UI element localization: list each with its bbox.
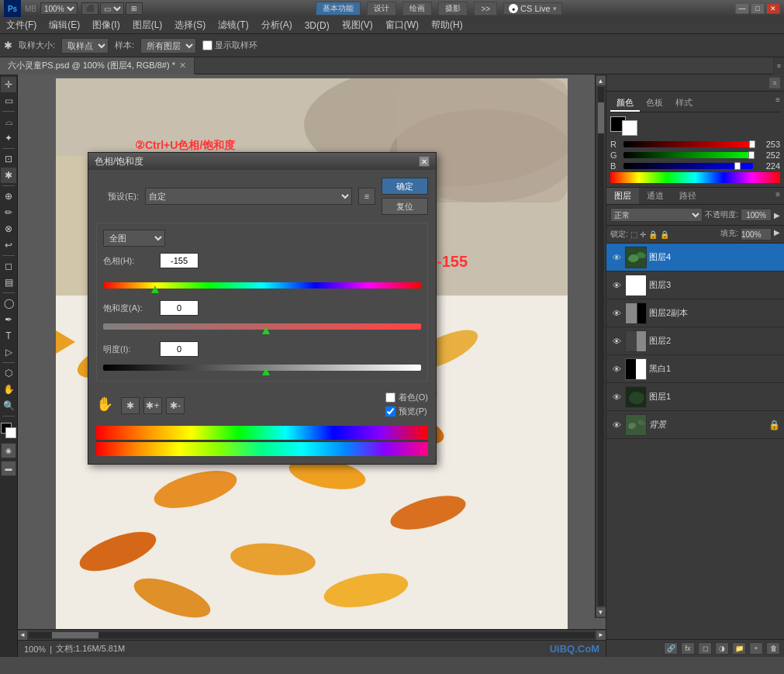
layer-item-background[interactable]: 👁 背景 🔒 bbox=[606, 411, 784, 439]
maximize-btn[interactable]: □ bbox=[751, 3, 765, 14]
color-panel-options-btn[interactable]: ≡ bbox=[775, 95, 780, 112]
3d-tool[interactable]: ⬡ bbox=[1, 365, 16, 381]
g-thumb[interactable] bbox=[748, 151, 755, 159]
view-btn1[interactable]: ⬛ bbox=[81, 2, 98, 15]
opacity-input[interactable] bbox=[741, 209, 772, 221]
bw1-eye-icon[interactable]: 👁 bbox=[610, 363, 623, 375]
layer-item-bw1[interactable]: 👁 黑白1 bbox=[606, 355, 784, 383]
hscroll-track[interactable] bbox=[29, 632, 595, 638]
menu-3d[interactable]: 3D(D) bbox=[299, 19, 336, 33]
hue-input[interactable] bbox=[160, 253, 199, 268]
lum-slider-thumb[interactable] bbox=[262, 368, 270, 375]
vertical-scrollbar[interactable]: ▲ ▼ bbox=[595, 74, 606, 618]
text-tool[interactable]: T bbox=[1, 328, 16, 344]
view-mode-select[interactable]: ▭ bbox=[100, 2, 124, 15]
quick-mask-btn[interactable]: ◉ bbox=[1, 443, 16, 458]
workspace-design-btn[interactable]: 设计 bbox=[367, 2, 396, 16]
layer1-eye-icon[interactable]: 👁 bbox=[610, 391, 623, 403]
lasso-tool[interactable]: ⌓ bbox=[1, 114, 16, 130]
channels-tab[interactable]: 通道 bbox=[639, 188, 672, 204]
new-group-btn[interactable]: 📁 bbox=[732, 642, 746, 655]
lock-move-icon[interactable]: ✛ bbox=[640, 230, 646, 239]
fill-input[interactable] bbox=[741, 228, 772, 240]
hscroll-right-arrow[interactable]: ► bbox=[596, 631, 606, 640]
minimize-btn[interactable]: — bbox=[735, 3, 749, 14]
gradient-tool[interactable]: ▤ bbox=[1, 275, 16, 290]
screen-mode-btn[interactable]: ▬ bbox=[1, 461, 16, 476]
layers-panel-options-btn[interactable]: ≡ bbox=[772, 188, 784, 204]
eyedropper2-btn[interactable]: ✱+ bbox=[143, 397, 162, 414]
menu-window[interactable]: 窗口(W) bbox=[379, 17, 425, 33]
fill-arrow[interactable]: ▶ bbox=[774, 228, 780, 240]
eyedropper-tool[interactable]: ✱ bbox=[1, 168, 16, 183]
blend-mode-select[interactable]: 正常 bbox=[610, 208, 703, 222]
add-mask-btn[interactable]: ◻ bbox=[698, 642, 712, 655]
shape-tool[interactable]: ▷ bbox=[1, 344, 16, 360]
menu-view[interactable]: 视图(V) bbox=[336, 17, 379, 33]
b-slider[interactable] bbox=[623, 163, 753, 169]
menu-help[interactable]: 帮助(H) bbox=[425, 17, 469, 33]
eyedropper1-btn[interactable]: ✱ bbox=[121, 397, 140, 414]
lum-input[interactable] bbox=[160, 341, 199, 357]
r-thumb[interactable] bbox=[749, 140, 755, 148]
styles-tab[interactable]: 样式 bbox=[669, 95, 699, 112]
lock-pixels-icon[interactable]: ⬚ bbox=[630, 230, 637, 239]
layers-tab[interactable]: 图层 bbox=[606, 188, 639, 204]
ok-btn[interactable]: 确定 bbox=[382, 178, 428, 195]
close-btn[interactable]: ✕ bbox=[766, 3, 780, 14]
dialog-titlebar[interactable]: 色相/饱和度 ✕ bbox=[88, 153, 436, 170]
vscroll-thumb[interactable] bbox=[598, 102, 604, 133]
workspace-more-btn[interactable]: >> bbox=[474, 2, 497, 16]
menu-select[interactable]: 选择(S) bbox=[168, 17, 212, 33]
menu-filter[interactable]: 滤镜(T) bbox=[212, 17, 254, 33]
preview-checkbox[interactable] bbox=[385, 406, 395, 416]
menu-edit[interactable]: 编辑(E) bbox=[43, 17, 86, 33]
brush-tool[interactable]: ✏ bbox=[1, 205, 16, 220]
sample-source-select[interactable]: 所有图层 bbox=[140, 38, 196, 54]
vscroll-up-arrow[interactable]: ▲ bbox=[596, 76, 606, 85]
menu-layer[interactable]: 图层(L) bbox=[126, 17, 169, 33]
hand-tool-icon[interactable]: ✋ bbox=[96, 396, 113, 413]
workspace-draw-btn[interactable]: 绘画 bbox=[402, 2, 432, 16]
canvas-area[interactable]: ▲ ▼ bbox=[18, 74, 606, 629]
document-tab[interactable]: 六小灵童PS.psd @ 100% (图层4, RGB/8#) * ✕ bbox=[0, 57, 195, 74]
lock-extra-icon[interactable]: 🔒 bbox=[660, 230, 669, 239]
panel-collapse-btn[interactable]: ≡ bbox=[769, 78, 780, 88]
menu-file[interactable]: 文件(F) bbox=[0, 17, 43, 33]
preset-select[interactable]: 自定 bbox=[145, 188, 352, 205]
layer-item-layer1[interactable]: 👁 图层1 bbox=[606, 383, 784, 411]
clone-tool[interactable]: ⊗ bbox=[1, 221, 16, 237]
background-color[interactable] bbox=[5, 427, 16, 438]
tab-close-icon[interactable]: ✕ bbox=[179, 60, 186, 71]
bg-eye-icon[interactable]: 👁 bbox=[610, 419, 623, 431]
g-slider[interactable] bbox=[623, 152, 753, 158]
workspace-photo-btn[interactable]: 摄影 bbox=[438, 2, 468, 16]
marquee-tool[interactable]: ▭ bbox=[1, 93, 16, 109]
layer-item-layer2copy[interactable]: 👁 图层2副本 bbox=[606, 299, 784, 327]
healing-tool[interactable]: ⊕ bbox=[1, 188, 16, 204]
paths-tab[interactable]: 路径 bbox=[672, 188, 704, 204]
hscroll-thumb[interactable] bbox=[52, 632, 98, 638]
fg-bg-colors[interactable] bbox=[1, 423, 16, 438]
new-layer-btn[interactable]: + bbox=[749, 642, 763, 655]
sample-size-select[interactable]: 取样点 bbox=[61, 38, 109, 54]
color-tab[interactable]: 颜色 bbox=[610, 95, 640, 112]
crop-tool[interactable]: ⊡ bbox=[1, 151, 16, 167]
channel-select[interactable]: 全图 bbox=[103, 230, 165, 247]
eraser-tool[interactable]: ◻ bbox=[1, 258, 16, 274]
eyedropper3-btn[interactable]: ✱- bbox=[166, 397, 185, 414]
preset-options-btn[interactable]: ≡ bbox=[358, 188, 375, 205]
dialog-close-btn[interactable]: ✕ bbox=[419, 156, 430, 167]
dodge-tool[interactable]: ◯ bbox=[1, 296, 16, 311]
sat-slider-thumb[interactable] bbox=[262, 327, 270, 334]
view-btn2[interactable]: ⊞ bbox=[126, 2, 143, 15]
workspace-basic-btn[interactable]: 基本功能 bbox=[316, 2, 361, 16]
b-thumb[interactable] bbox=[734, 162, 741, 170]
magic-wand-tool[interactable]: ✦ bbox=[1, 130, 16, 146]
vscroll-track[interactable] bbox=[598, 87, 604, 606]
vscroll-down-arrow[interactable]: ▼ bbox=[596, 607, 606, 617]
panel-options-btn[interactable]: ≡ bbox=[773, 57, 784, 74]
sat-input[interactable] bbox=[160, 300, 199, 316]
swatches-tab[interactable]: 色板 bbox=[640, 95, 669, 112]
layer2-eye-icon[interactable]: 👁 bbox=[610, 335, 623, 347]
